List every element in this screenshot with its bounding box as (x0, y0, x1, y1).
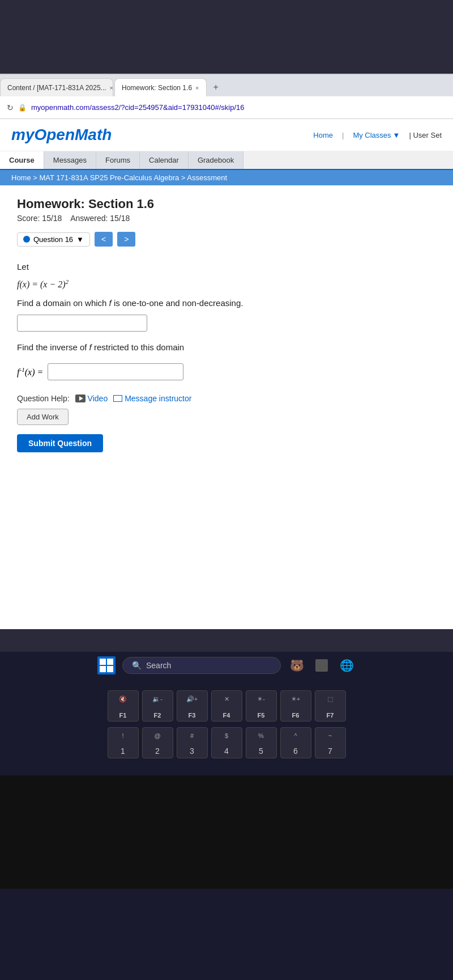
nav-my-classes-label: My Classes (353, 131, 391, 139)
tab-bar: Content / [MAT-171-831A 2025... × Homewo… (0, 75, 453, 96)
submit-question-button[interactable]: Submit Question (17, 434, 103, 452)
site-header: myOpenMath Home | My Classes ▼ | User Se… (0, 119, 453, 151)
question-help: Question Help: Video Message instructor (17, 394, 436, 403)
key-f3[interactable]: 🔊+ F3 (177, 690, 208, 722)
score-label: Score: (17, 214, 40, 223)
tab-content-close[interactable]: × (110, 84, 113, 91)
answered-label: Answered: (70, 214, 108, 223)
header-nav: Home | My Classes ▼ | User Set (313, 131, 442, 139)
tab-homework-label: Homework: Section 1.6 (122, 84, 192, 92)
let-text: Let (17, 260, 436, 274)
video-link[interactable]: Video (75, 394, 108, 403)
new-tab-button[interactable]: + (208, 78, 224, 96)
search-icon: 🔍 (132, 661, 142, 670)
main-content: Homework: Section 1.6 Score: 15/18 Answe… (0, 185, 453, 464)
message-instructor-label: Message instructor (125, 394, 191, 403)
breadcrumb-home[interactable]: Home (11, 173, 31, 182)
keyboard-fkey-row: 🔇 F1 🔉- F2 🔊+ F3 ✕ F4 ☀- F5 ☀+ F6 ⬚ F7 (6, 690, 447, 722)
key-f6[interactable]: ☀+ F6 (280, 690, 311, 722)
question-status-dot (23, 236, 30, 243)
nav-sep1: | (342, 131, 344, 139)
domain-input[interactable] (17, 315, 147, 332)
key-1[interactable]: ! 1 (108, 727, 139, 758)
taskbar-separator (0, 629, 453, 652)
tab-messages[interactable]: Messages (44, 151, 96, 169)
key-f7[interactable]: ⬚ F7 (315, 690, 346, 722)
answered-value: 15/18 (110, 214, 130, 223)
taskbar: 🔍 Search 🐻 🌐 (0, 652, 453, 679)
tab-course[interactable]: Course (0, 151, 44, 169)
logo-my: my (11, 126, 34, 143)
add-work-container: Add Work (17, 403, 436, 425)
key-5[interactable]: % 5 (246, 727, 277, 758)
taskbar-search-box[interactable]: 🔍 Search (122, 657, 281, 674)
add-work-button[interactable]: Add Work (17, 409, 69, 425)
key-4[interactable]: $ 4 (211, 727, 242, 758)
message-instructor-link[interactable]: Message instructor (113, 394, 191, 403)
keyboard-area: 🔇 F1 🔉- F2 🔊+ F3 ✕ F4 ☀- F5 ☀+ F6 ⬚ F7 (0, 679, 453, 775)
address-bar: ↻ 🔒 myopenmath.com/assess2/?cid=254957&a… (0, 96, 453, 119)
tab-gradebook[interactable]: Gradebook (189, 151, 243, 169)
breadcrumb-current: Assessment (187, 173, 227, 182)
tab-calendar[interactable]: Calendar (140, 151, 189, 169)
tab-content[interactable]: Content / [MAT-171-831A 2025... × (0, 78, 113, 96)
breadcrumb-sep2: > (181, 173, 187, 182)
question-label: Question 16 (33, 235, 73, 244)
breadcrumb-sep1: > (33, 173, 39, 182)
function-formula: f(x) = (x − 2)2 (17, 278, 436, 290)
keyboard-number-row: ! 1 @ 2 # 3 $ 4 % 5 ^ 6 ~ 7 (6, 727, 447, 758)
page-content: myOpenMath Home | My Classes ▼ | User Se… (0, 119, 453, 629)
question-nav: Question 16 ▼ < > (17, 232, 436, 247)
taskbar-icon-edge[interactable]: 🌐 (337, 656, 356, 674)
prev-question-button[interactable]: < (95, 232, 113, 247)
key-3[interactable]: # 3 (177, 727, 208, 758)
inverse-line: f-1(x) = (17, 363, 436, 380)
help-label: Question Help: (17, 394, 70, 403)
key-f4[interactable]: ✕ F4 (211, 690, 242, 722)
mail-icon (113, 395, 122, 402)
submit-container: Submit Question (17, 425, 436, 452)
video-icon (75, 394, 86, 402)
taskbar-icon-window[interactable] (313, 656, 331, 674)
key-f1[interactable]: 🔇 F1 (108, 690, 139, 722)
nav-dropdown-icon: ▼ (393, 131, 400, 139)
video-label: Video (88, 394, 108, 403)
nav-user-text: | User Set (409, 131, 442, 139)
breadcrumb-course[interactable]: MAT 171-831A SP25 Pre-Calculus Algebra (40, 173, 180, 182)
nav-tabs: Course Messages Forums Calendar Gradeboo… (0, 151, 453, 170)
bottom-bezel (0, 775, 453, 889)
tab-forums[interactable]: Forums (96, 151, 140, 169)
key-f2[interactable]: 🔉- F2 (142, 690, 173, 722)
inverse-input[interactable] (48, 363, 183, 380)
refresh-button[interactable]: ↻ (7, 103, 14, 112)
search-placeholder-text: Search (146, 661, 171, 670)
nav-home-link[interactable]: Home (313, 131, 333, 139)
nav-my-classes-link[interactable]: My Classes ▼ (353, 131, 400, 139)
breadcrumb: Home > MAT 171-831A SP25 Pre-Calculus Al… (0, 170, 453, 185)
security-icon: 🔒 (18, 104, 27, 112)
tab-content-label: Content / [MAT-171-831A 2025... (7, 84, 106, 92)
next-question-button[interactable]: > (117, 232, 135, 247)
site-logo: myOpenMath (11, 126, 112, 144)
key-6[interactable]: ^ 6 (280, 727, 311, 758)
inverse-formula-prefix: f-1(x) = (17, 366, 43, 377)
windows-start-button[interactable] (97, 656, 116, 674)
logo-openmath: OpenMath (34, 126, 112, 143)
math-section: Let f(x) = (x − 2)2 Find a domain on whi… (17, 260, 436, 380)
top-bezel (0, 0, 453, 74)
score-value: 15/18 (42, 214, 62, 223)
dropdown-icon: ▼ (76, 235, 84, 244)
tab-homework[interactable]: Homework: Section 1.6 × (114, 78, 207, 96)
homework-title: Homework: Section 1.6 (17, 197, 436, 211)
key-7[interactable]: ~ 7 (315, 727, 346, 758)
taskbar-icon-bear[interactable]: 🐻 (288, 656, 306, 674)
browser-chrome: Content / [MAT-171-831A 2025... × Homewo… (0, 74, 453, 119)
question-selector[interactable]: Question 16 ▼ (17, 232, 90, 247)
key-2[interactable]: @ 2 (142, 727, 173, 758)
url-display[interactable]: myopenmath.com/assess2/?cid=254957&aid=1… (31, 103, 446, 112)
inverse-question: Find the inverse of f restricted to this… (17, 341, 436, 354)
score-line: Score: 15/18 Answered: 15/18 (17, 214, 436, 223)
domain-question: Find a domain on which f is one-to-one a… (17, 296, 436, 310)
tab-homework-close[interactable]: × (195, 84, 199, 91)
key-f5[interactable]: ☀- F5 (246, 690, 277, 722)
